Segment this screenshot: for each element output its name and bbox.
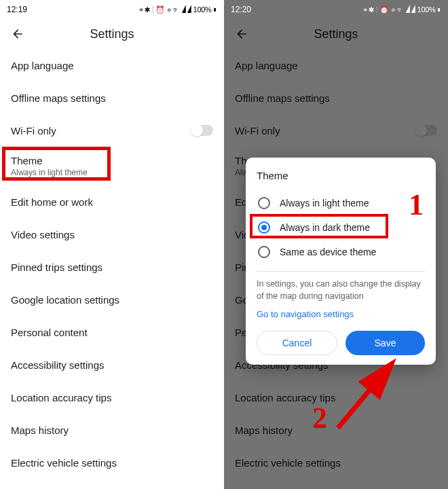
row-label: Electric vehicle settings bbox=[235, 457, 341, 469]
settings-row[interactable]: Google location settings bbox=[0, 283, 224, 316]
status-bar: 12:20 ⌖ ✱ ⋮ ⏰ ⊝ ᯤ ◢ ◢ 100% ▮ bbox=[224, 0, 448, 19]
row-label: Maps history bbox=[235, 424, 293, 436]
cancel-button[interactable]: Cancel bbox=[257, 331, 337, 355]
radio-label: Same as device theme bbox=[280, 247, 376, 257]
row-label: Maps history bbox=[11, 424, 69, 436]
arrow-left-icon bbox=[11, 27, 24, 41]
settings-row[interactable]: Edit home or work bbox=[0, 185, 224, 218]
settings-row[interactable]: Offline maps settings bbox=[0, 82, 224, 114]
dialog-note: In settings, you can also change the dis… bbox=[257, 278, 425, 302]
navigation-settings-link[interactable]: Go to navigation settings bbox=[257, 309, 354, 319]
settings-row[interactable]: Electric vehicle settings bbox=[224, 446, 448, 479]
page-title: Settings bbox=[224, 27, 448, 41]
status-time: 12:19 bbox=[7, 5, 27, 14]
row-label: Edit home or work bbox=[11, 196, 93, 208]
settings-row[interactable]: ThemeAlways in light theme bbox=[0, 147, 224, 185]
settings-row[interactable]: App language bbox=[0, 49, 224, 82]
status-bar: 12:19 ⌖ ✱ ⋮ ⏰ ⊝ ᯤ ◢ ◢ 100% ▮ bbox=[0, 0, 224, 19]
row-label: Video settings bbox=[11, 229, 75, 240]
back-button[interactable] bbox=[8, 24, 27, 43]
status-indicators: ⌖ ✱ ⋮ ⏰ ⊝ ᯤ ◢ ◢ 100% ▮ bbox=[139, 5, 217, 14]
back-button[interactable] bbox=[232, 24, 251, 43]
settings-row[interactable]: Location accuracy tips bbox=[224, 381, 448, 414]
theme-radio-option[interactable]: Same as device theme bbox=[257, 240, 425, 264]
status-time: 12:20 bbox=[231, 5, 251, 14]
settings-row[interactable]: Personal content bbox=[0, 316, 224, 348]
row-sublabel: Always in light theme bbox=[11, 168, 88, 177]
radio-label: Always in dark theme bbox=[280, 222, 370, 233]
settings-row[interactable]: Wi-Fi only bbox=[224, 114, 448, 147]
row-label: Pinned trips settings bbox=[11, 261, 102, 273]
page-title: Settings bbox=[0, 27, 224, 41]
radio-icon bbox=[258, 246, 270, 258]
theme-dialog: Theme Always in light themeAlways in dar… bbox=[246, 158, 436, 365]
row-label: Wi-Fi only bbox=[11, 125, 56, 137]
settings-row[interactable]: Location accuracy tips bbox=[0, 381, 224, 414]
settings-row[interactable]: App language bbox=[224, 49, 448, 82]
row-label: Google location settings bbox=[11, 294, 119, 306]
radio-icon bbox=[258, 221, 270, 234]
row-label: App language bbox=[235, 60, 298, 71]
settings-row[interactable]: Electric vehicle settings bbox=[0, 446, 224, 479]
wifi-only-toggle[interactable] bbox=[191, 125, 213, 136]
settings-row[interactable]: Pinned trips settings bbox=[0, 251, 224, 283]
dialog-title: Theme bbox=[257, 170, 425, 181]
row-label: Accessibility settings bbox=[11, 359, 105, 371]
settings-row[interactable]: Notifications bbox=[224, 479, 448, 489]
radio-icon bbox=[258, 197, 270, 209]
screenshot-right: 12:20 ⌖ ✱ ⋮ ⏰ ⊝ ᯤ ◢ ◢ 100% ▮ Settings Ap… bbox=[224, 0, 448, 489]
annotation-number-2: 2 bbox=[312, 401, 327, 435]
settings-row[interactable]: Accessibility settings bbox=[0, 348, 224, 381]
row-label: Wi-Fi only bbox=[235, 125, 280, 137]
status-indicators: ⌖ ✱ ⋮ ⏰ ⊝ ᯤ ◢ ◢ 100% ▮ bbox=[363, 5, 441, 14]
settings-row[interactable]: Maps history bbox=[224, 414, 448, 446]
screenshot-left: 12:19 ⌖ ✱ ⋮ ⏰ ⊝ ᯤ ◢ ◢ 100% ▮ Settings Ap… bbox=[0, 0, 224, 489]
settings-row[interactable]: Notifications bbox=[0, 479, 224, 489]
row-label: Location accuracy tips bbox=[11, 392, 111, 403]
app-bar: Settings bbox=[224, 19, 448, 49]
row-label: Offline maps settings bbox=[235, 92, 330, 104]
settings-row[interactable]: Wi-Fi only bbox=[0, 114, 224, 147]
annotation-arrow-icon bbox=[326, 353, 421, 435]
svg-line-0 bbox=[338, 365, 390, 428]
row-label: Offline maps settings bbox=[11, 92, 106, 104]
row-label: Personal content bbox=[11, 327, 88, 338]
settings-row[interactable]: Video settings bbox=[0, 218, 224, 251]
theme-radio-option[interactable]: Always in dark theme bbox=[257, 215, 425, 240]
arrow-left-icon bbox=[235, 27, 248, 41]
settings-row[interactable]: Maps history bbox=[0, 414, 224, 446]
settings-row[interactable]: Offline maps settings bbox=[224, 82, 448, 114]
save-button[interactable]: Save bbox=[346, 331, 425, 355]
wifi-only-toggle[interactable] bbox=[415, 125, 437, 136]
radio-label: Always in light theme bbox=[280, 198, 369, 209]
divider bbox=[257, 271, 425, 272]
theme-radio-option[interactable]: Always in light theme bbox=[257, 191, 425, 215]
row-label: App language bbox=[11, 60, 74, 71]
row-label: Location accuracy tips bbox=[235, 392, 335, 403]
row-label: Theme bbox=[11, 155, 88, 166]
app-bar: Settings bbox=[0, 19, 224, 49]
settings-list: App languageOffline maps settingsWi-Fi o… bbox=[0, 49, 224, 489]
row-label: Electric vehicle settings bbox=[11, 457, 117, 469]
